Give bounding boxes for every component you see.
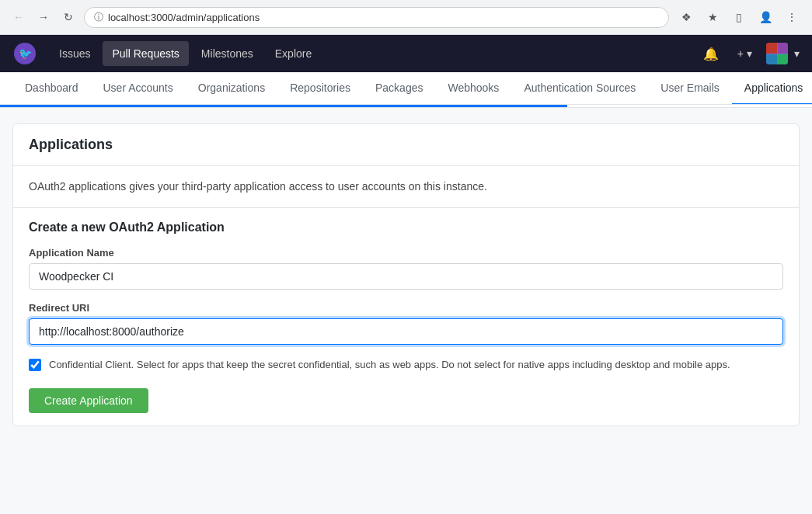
- main-nav: Issues Pull Requests Milestones Explore: [50, 41, 686, 66]
- admin-nav: Dashboard User Accounts Organizations Re…: [0, 72, 812, 105]
- redirect-uri-group: Redirect URI: [29, 302, 783, 345]
- address-bar-icon: ⓘ: [94, 11, 103, 24]
- info-section: OAuth2 applications gives your third-par…: [13, 166, 799, 208]
- admin-nav-user-emails[interactable]: User Emails: [648, 72, 731, 105]
- avatar-chevron[interactable]: ▾: [794, 47, 800, 60]
- bookmark-button[interactable]: ★: [702, 6, 723, 28]
- app-name-input[interactable]: [29, 263, 783, 290]
- nav-item-milestones[interactable]: Milestones: [192, 41, 263, 66]
- admin-nav-dashboard[interactable]: Dashboard: [12, 72, 91, 105]
- header-right: 🔔 + ▾ ▾: [699, 41, 800, 66]
- browser-chrome: ← → ↻ ⓘ localhost:3000/admin/application…: [0, 0, 812, 35]
- back-button[interactable]: ←: [9, 8, 28, 26]
- admin-nav-authentication-sources[interactable]: Authentication Sources: [511, 72, 648, 105]
- admin-nav-organizations[interactable]: Organizations: [186, 72, 277, 105]
- menu-button[interactable]: ⋮: [781, 6, 803, 28]
- create-application-button[interactable]: Create Application: [29, 388, 148, 413]
- nav-item-explore[interactable]: Explore: [266, 41, 321, 66]
- card-header: Applications: [13, 124, 799, 166]
- nav-item-issues[interactable]: Issues: [50, 41, 99, 66]
- info-text: OAuth2 applications gives your third-par…: [29, 179, 783, 195]
- extensions-button[interactable]: ▯: [728, 6, 750, 28]
- app-logo[interactable]: 🐦: [12, 41, 37, 66]
- confidential-client-label: Confidential Client. Select for apps tha…: [49, 357, 783, 373]
- browser-actions: ❖ ★ ▯ 👤 ⋮: [675, 6, 803, 28]
- logo-icon: 🐦: [12, 41, 37, 66]
- nav-progress-bar: [0, 105, 567, 107]
- share-button[interactable]: ❖: [675, 6, 697, 28]
- form-title: Create a new OAuth2 Application: [29, 221, 783, 234]
- address-bar-url: localhost:3000/admin/applications: [108, 12, 659, 23]
- admin-nav-user-accounts[interactable]: User Accounts: [91, 72, 186, 105]
- admin-nav-applications[interactable]: Applications: [732, 72, 812, 105]
- plus-chevron: ▾: [747, 47, 752, 60]
- address-bar[interactable]: ⓘ localhost:3000/admin/applications: [84, 7, 669, 28]
- profile-button[interactable]: 👤: [754, 6, 776, 28]
- main-content: Applications OAuth2 applications gives y…: [0, 108, 812, 442]
- app-header: 🐦 Issues Pull Requests Milestones Explor…: [0, 35, 812, 72]
- applications-card: Applications OAuth2 applications gives y…: [12, 123, 800, 426]
- app-name-label: Application Name: [29, 247, 783, 259]
- confidential-client-group: Confidential Client. Select for apps tha…: [29, 357, 783, 373]
- notifications-button[interactable]: 🔔: [699, 41, 723, 66]
- admin-nav-repositories[interactable]: Repositories: [277, 72, 363, 105]
- create-button[interactable]: + ▾: [730, 43, 760, 64]
- admin-nav-container: Dashboard User Accounts Organizations Re…: [0, 72, 812, 108]
- admin-nav-webhooks[interactable]: Webhooks: [435, 72, 511, 105]
- plus-icon: +: [737, 47, 744, 60]
- form-section: Create a new OAuth2 Application Applicat…: [13, 208, 799, 425]
- forward-button[interactable]: →: [34, 8, 53, 26]
- nav-item-pull-requests[interactable]: Pull Requests: [103, 41, 188, 66]
- confidential-client-checkbox[interactable]: [29, 359, 41, 371]
- redirect-uri-input[interactable]: [29, 318, 783, 345]
- svg-text:🐦: 🐦: [19, 47, 33, 61]
- reload-button[interactable]: ↻: [59, 8, 78, 26]
- card-title: Applications: [29, 137, 783, 153]
- app-name-group: Application Name: [29, 247, 783, 290]
- redirect-uri-label: Redirect URI: [29, 302, 783, 314]
- admin-nav-packages[interactable]: Packages: [363, 72, 435, 105]
- avatar[interactable]: [766, 43, 788, 64]
